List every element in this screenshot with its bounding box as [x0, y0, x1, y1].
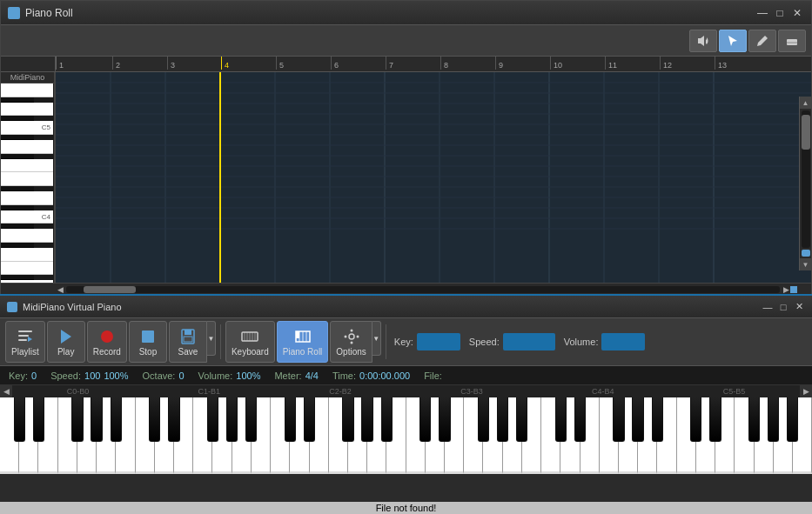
vscroll-up-arrow[interactable]: ▲	[800, 97, 812, 109]
vscroll-down-arrow[interactable]: ▼	[800, 258, 812, 270]
volume-status-value: 100%	[236, 370, 260, 381]
vkey-black-4-2[interactable]	[574, 397, 586, 442]
close-button[interactable]: ✕	[790, 6, 804, 20]
white-key[interactable]	[1, 159, 53, 173]
horizontal-scrollbar[interactable]: ◀ ▶	[1, 283, 811, 295]
eraser-tool-button[interactable]	[778, 30, 806, 52]
vkey-black-2-6[interactable]	[381, 397, 393, 442]
octave-nav-bar: ◀ C0-B0 C1-B1 C2-B2 C3-B3 C4-B4 C5-B5 ▶	[0, 385, 812, 397]
vkey-black-1-6[interactable]	[245, 397, 257, 442]
octave-label-c4: C4-B4	[537, 387, 668, 396]
keyboard-right-arrow[interactable]: ▶	[800, 385, 812, 397]
playlist-button[interactable]: Playlist	[5, 321, 45, 363]
white-key[interactable]	[1, 280, 53, 283]
keyboard-button[interactable]: Keyboard	[225, 321, 275, 363]
octave-status: Octave: 0	[143, 370, 185, 381]
black-key[interactable]	[1, 275, 34, 280]
vkey-black-4-4[interactable]	[613, 397, 624, 442]
white-key[interactable]	[1, 140, 53, 154]
vkey-black-2-1[interactable]	[285, 397, 296, 442]
vkey-black-2-5[interactable]	[361, 397, 372, 442]
vkey-black-4-6[interactable]	[652, 397, 663, 442]
speed-slider[interactable]	[503, 333, 555, 350]
piano-roll-button[interactable]: Piano Roll	[277, 321, 329, 363]
options-dropdown-arrow[interactable]: ▼	[372, 321, 381, 356]
stop-button[interactable]: Stop	[129, 321, 167, 363]
vkey-black-5-4[interactable]	[748, 397, 760, 442]
pen-tool-button[interactable]	[748, 30, 776, 52]
vkey-black-2-4[interactable]	[342, 397, 353, 442]
minimize-button[interactable]: —	[755, 6, 769, 20]
vkey-black-1-4[interactable]	[207, 397, 218, 442]
vertical-scrollbar[interactable]: ▲ ▼	[799, 97, 811, 270]
vkey-black-2-2[interactable]	[304, 397, 315, 442]
vkey-black-3-1[interactable]	[419, 397, 431, 442]
key-param-group: Key:	[391, 333, 464, 350]
vscroll-thumb[interactable]	[802, 115, 810, 150]
white-key[interactable]	[1, 229, 53, 243]
piano-roll-title: Piano Roll	[25, 7, 755, 19]
options-button[interactable]: Options	[330, 321, 372, 363]
file-status-bar: File not found!	[0, 502, 812, 514]
bottom-toolbar: Playlist Play Record Stop Save ▼	[0, 318, 812, 366]
vkey-black-1-1[interactable]	[149, 397, 160, 442]
vkey-black-3-6[interactable]	[516, 397, 527, 442]
vkey-black-5-5[interactable]	[768, 397, 779, 442]
vkey-black-0-6[interactable]	[111, 397, 122, 442]
vkey-black-0-1[interactable]	[14, 397, 25, 442]
save-label: Save	[178, 347, 198, 357]
hscroll-track[interactable]	[66, 286, 780, 293]
svg-point-53	[350, 341, 352, 344]
black-key[interactable]	[1, 224, 34, 229]
save-dropdown-arrow[interactable]: ▼	[207, 321, 216, 356]
volume-slider[interactable]	[601, 333, 645, 350]
piano-roll-title-bar: Piano Roll — □ ✕	[1, 1, 811, 25]
black-key[interactable]	[1, 154, 34, 159]
white-key[interactable]	[1, 191, 53, 205]
vkey-black-3-2[interactable]	[439, 397, 450, 442]
black-key[interactable]	[1, 135, 34, 140]
vkey-black-4-5[interactable]	[632, 397, 643, 442]
vscroll-track[interactable]	[802, 110, 810, 248]
white-key-c4[interactable]: C4	[1, 210, 53, 224]
vkey-black-5-6[interactable]	[787, 397, 798, 442]
vkey-black-0-5[interactable]	[91, 397, 102, 442]
white-key[interactable]	[1, 103, 53, 117]
bottom-close-button[interactable]: ✕	[793, 301, 805, 313]
vkey-black-5-2[interactable]	[709, 397, 721, 442]
maximize-button[interactable]: □	[773, 6, 787, 20]
black-key[interactable]	[1, 186, 34, 191]
black-key[interactable]	[1, 116, 34, 121]
vkey-black-0-4[interactable]	[71, 397, 83, 442]
white-key[interactable]	[1, 248, 53, 262]
white-key[interactable]	[1, 262, 53, 276]
vkey-black-0-2[interactable]	[33, 397, 44, 442]
white-key-c5[interactable]: C5	[1, 121, 53, 135]
key-slider[interactable]	[417, 333, 460, 350]
vkey-black-5-1[interactable]	[690, 397, 701, 442]
hscroll-right-arrow[interactable]: ▶	[782, 285, 790, 294]
vkey-black-3-5[interactable]	[497, 397, 508, 442]
hscroll-thumb[interactable]	[84, 286, 136, 293]
cursor-tool-button[interactable]	[719, 30, 747, 52]
save-button[interactable]: Save	[169, 321, 207, 363]
black-key[interactable]	[1, 243, 34, 248]
black-key[interactable]	[1, 205, 34, 210]
speaker-button[interactable]	[689, 30, 717, 52]
note-grid[interactable]	[56, 72, 811, 283]
white-key[interactable]	[1, 172, 53, 186]
hscroll-left-arrow[interactable]: ◀	[56, 285, 64, 294]
record-button[interactable]: Record	[87, 321, 127, 363]
bottom-minimize-button[interactable]: —	[762, 301, 774, 313]
white-key[interactable]	[1, 83, 53, 97]
vkey-black-1-2[interactable]	[168, 397, 179, 442]
keyboard-left-arrow[interactable]: ◀	[0, 385, 12, 397]
vkey-black-4-1[interactable]	[555, 397, 567, 442]
vkey-black-1-5[interactable]	[226, 397, 238, 442]
bottom-maximize-button[interactable]: □	[777, 301, 789, 313]
black-key[interactable]	[1, 97, 34, 103]
ruler-mark-9: 9	[495, 57, 503, 70]
play-button[interactable]: Play	[47, 321, 85, 363]
speed-param-group: Speed:	[466, 333, 559, 350]
vkey-black-3-4[interactable]	[478, 397, 489, 442]
